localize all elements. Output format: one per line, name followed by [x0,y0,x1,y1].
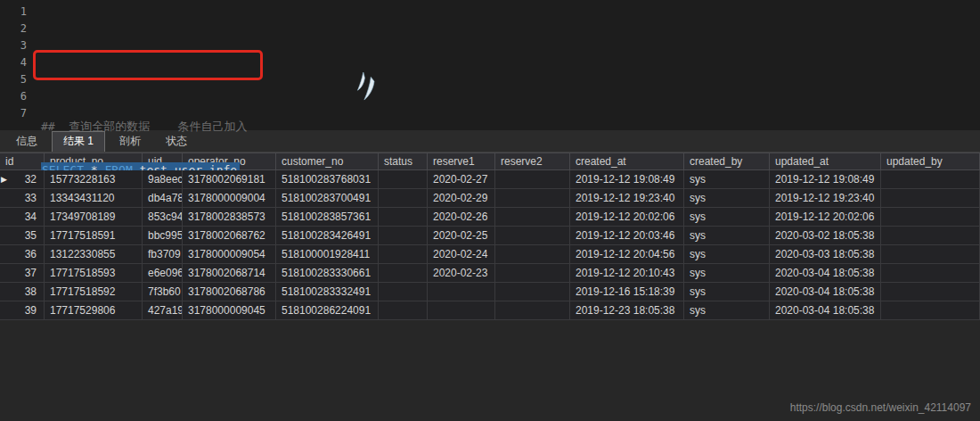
cell-product_no[interactable]: 17717518593 [45,264,143,283]
cell-reserve2[interactable] [495,170,570,189]
table-row[interactable]: 32157732281639a8eec331780020691815181002… [0,170,980,189]
cell-id[interactable]: 37 [0,264,45,283]
cell-id[interactable]: 33 [0,189,45,208]
column-header-id[interactable]: id [0,153,45,170]
cell-updated_by[interactable] [881,301,980,320]
cell-updated_by[interactable] [881,264,980,283]
cell-updated_by[interactable] [881,283,980,301]
table-row[interactable]: 3417349708189853c94317800283857351810028… [0,208,980,227]
cell-created_by[interactable]: sys [684,283,770,301]
cell-customer_no[interactable]: 518100283857361 [276,208,379,227]
cell-operator_no[interactable]: 3178000009004 [183,189,276,208]
cell-updated_at[interactable]: 2019-12-12 19:23:40 [770,189,881,208]
cell-created_at[interactable]: 2019-12-12 20:10:43 [570,264,684,283]
cell-updated_by[interactable] [881,227,980,245]
cell-product_no[interactable]: 17717518592 [45,283,143,301]
cell-uid[interactable]: bbc995 [143,227,183,245]
cell-status[interactable] [379,283,428,301]
cell-customer_no[interactable]: 518100283768031 [276,170,379,189]
cell-uid[interactable]: 427a19 [143,301,183,320]
cell-updated_by[interactable] [881,170,980,189]
table-row[interactable]: 3917717529806427a19317800000904551810028… [0,301,980,320]
cell-product_no[interactable]: 17717529806 [45,301,143,320]
cell-uid[interactable]: fb3709 [143,245,183,264]
cell-reserve1[interactable] [428,283,495,301]
cell-operator_no[interactable]: 3178002068786 [183,283,276,301]
cell-product_no[interactable]: 15773228163 [45,170,143,189]
cell-created_by[interactable]: sys [684,301,770,320]
cell-reserve1[interactable]: 2020-02-27 [428,170,495,189]
table-row[interactable]: 3517717518591bbc995317800206876251810028… [0,227,980,245]
column-header-updated_at[interactable]: updated_at [770,153,881,170]
cell-status[interactable] [379,245,428,264]
cell-updated_by[interactable] [881,208,980,227]
table-row[interactable]: 38177175185927f3b60317800206878651810028… [0,283,980,301]
cell-reserve2[interactable] [495,189,570,208]
cell-reserve1[interactable] [428,301,495,320]
column-header-status[interactable]: status [379,153,428,170]
cell-created_by[interactable]: sys [684,208,770,227]
cell-product_no[interactable]: 17349708189 [45,208,143,227]
column-header-created_at[interactable]: created_at [570,153,684,170]
table-row[interactable]: 3313343431120db4a78317800000900451810028… [0,189,980,208]
cell-created_by[interactable]: sys [684,189,770,208]
cell-customer_no[interactable]: 518100001928411 [276,245,379,264]
column-header-created_by[interactable]: created_by [684,153,770,170]
cell-created_by[interactable]: sys [684,227,770,245]
cell-updated_at[interactable]: 2020-03-02 18:05:38 [770,227,881,245]
column-header-reserve1[interactable]: reserve1 [428,153,495,170]
cell-operator_no[interactable]: 3178002069181 [183,170,276,189]
cell-status[interactable] [379,227,428,245]
cell-updated_at[interactable]: 2019-12-12 19:08:49 [770,170,881,189]
cell-created_at[interactable]: 2019-12-12 20:04:56 [570,245,684,264]
cell-updated_by[interactable] [881,245,980,264]
cell-status[interactable] [379,208,428,227]
cell-reserve2[interactable] [495,208,570,227]
cell-created_at[interactable]: 2019-12-12 19:23:40 [570,189,684,208]
cell-updated_by[interactable] [881,189,980,208]
cell-customer_no[interactable]: 518100286224091 [276,301,379,320]
cell-created_at[interactable]: 2019-12-16 15:18:39 [570,283,684,301]
cell-id[interactable]: 34 [0,208,45,227]
cell-uid[interactable]: e6e096 [143,264,183,283]
cell-created_by[interactable]: sys [684,245,770,264]
cell-customer_no[interactable]: 518100283332491 [276,283,379,301]
cell-customer_no[interactable]: 518100283330661 [276,264,379,283]
sql-editor[interactable]: 1 2 3 4 5 6 7 ## 查询全部的数据 条件自己加入 SELECT *… [0,0,980,130]
cell-created_at[interactable]: 2019-12-12 20:03:46 [570,227,684,245]
cell-reserve2[interactable] [495,301,570,320]
cell-status[interactable] [379,264,428,283]
cell-uid[interactable]: db4a78 [143,189,183,208]
cell-updated_at[interactable]: 2020-03-04 18:05:38 [770,264,881,283]
table-row[interactable]: 3613122330855fb3709317800000905451810000… [0,245,980,264]
cell-reserve1[interactable]: 2020-02-25 [428,227,495,245]
cell-updated_at[interactable]: 2020-03-03 18:05:38 [770,245,881,264]
cell-uid[interactable]: 853c94 [143,208,183,227]
cell-customer_no[interactable]: 518100283700491 [276,189,379,208]
cell-operator_no[interactable]: 3178002068714 [183,264,276,283]
cell-created_at[interactable]: 2019-12-12 19:08:49 [570,170,684,189]
cell-reserve1[interactable]: 2020-02-23 [428,264,495,283]
cell-uid[interactable]: 9a8eec3 [143,170,183,189]
cell-reserve2[interactable] [495,283,570,301]
cell-created_at[interactable]: 2019-12-23 18:05:38 [570,301,684,320]
cell-operator_no[interactable]: 3178000009054 [183,245,276,264]
cell-updated_at[interactable]: 2019-12-12 20:02:06 [770,208,881,227]
cell-status[interactable] [379,301,428,320]
cell-operator_no[interactable]: 3178002068762 [183,227,276,245]
cell-reserve1[interactable]: 2020-02-24 [428,245,495,264]
cell-id[interactable]: 35 [0,227,45,245]
cell-created_at[interactable]: 2019-12-12 20:02:06 [570,208,684,227]
cell-created_by[interactable]: sys [684,264,770,283]
cell-updated_at[interactable]: 2020-03-04 18:05:38 [770,283,881,301]
cell-operator_no[interactable]: 3178002838573 [183,208,276,227]
cell-product_no[interactable]: 17717518591 [45,227,143,245]
cell-id[interactable]: 38 [0,283,45,301]
cell-reserve1[interactable]: 2020-02-29 [428,189,495,208]
column-header-reserve2[interactable]: reserve2 [495,153,570,170]
cell-updated_at[interactable]: 2020-03-04 18:05:38 [770,301,881,320]
cell-customer_no[interactable]: 518100283426491 [276,227,379,245]
cell-reserve2[interactable] [495,245,570,264]
cell-operator_no[interactable]: 3178000009045 [183,301,276,320]
cell-product_no[interactable]: 13122330855 [45,245,143,264]
